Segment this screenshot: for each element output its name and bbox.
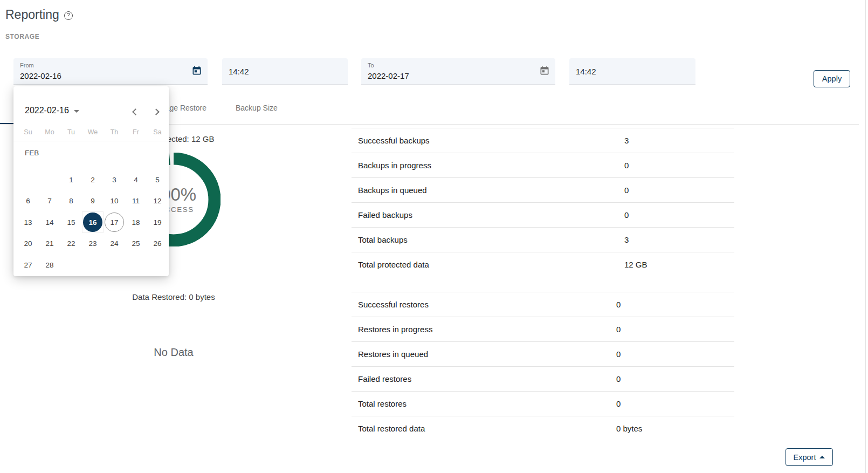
stat-row: Backups in progress0 <box>352 153 734 177</box>
calendar-view-switcher[interactable]: 2022-02-16 <box>25 106 79 115</box>
stat-label: Successful restores <box>358 300 429 309</box>
calendar-day-20[interactable]: 20 <box>17 233 39 255</box>
from-date-field[interactable]: From 2022-02-16 <box>13 58 208 85</box>
calendar-week-row: 2728 <box>13 254 169 276</box>
calendar-day-2[interactable]: 2 <box>82 169 104 190</box>
weekday-label: Fr <box>125 128 147 136</box>
calendar-day-5[interactable]: 5 <box>147 169 168 190</box>
stat-value: 0 <box>624 161 629 170</box>
stat-row: Backups in queued0 <box>352 177 734 202</box>
restore-stats-table: Successful restores0Restores in progress… <box>352 292 734 441</box>
calendar-day-18[interactable]: 18 <box>125 211 147 233</box>
backup-stats-table: Successful backups3Backups in progress0B… <box>352 128 734 277</box>
stat-value: 0 bytes <box>616 424 642 433</box>
to-date-field[interactable]: To 2022-02-17 <box>361 58 555 85</box>
next-month-button[interactable] <box>153 108 160 115</box>
calendar-day-12[interactable]: 12 <box>147 190 168 212</box>
from-time-field[interactable]: 14:42 <box>222 58 348 85</box>
calendar-day-22[interactable]: 22 <box>60 233 82 255</box>
from-time-value: 14:42 <box>229 58 249 85</box>
weekday-label: Tu <box>60 128 82 136</box>
to-field-label: To <box>368 62 374 68</box>
from-field-label: From <box>20 62 34 68</box>
help-icon[interactable]: ? <box>64 11 73 20</box>
stat-row: Restores in progress0 <box>352 317 734 341</box>
stat-label: Backups in queued <box>358 186 427 195</box>
apply-button-label: Apply <box>822 74 842 83</box>
stat-row: Restores in queued0 <box>352 341 734 366</box>
calendar-week-row: 6789101112 <box>13 190 169 212</box>
to-time-field[interactable]: 14:42 <box>569 58 695 85</box>
calendar-week-row: 13141516171819 <box>13 211 169 233</box>
stat-label: Failed backups <box>358 210 412 220</box>
stat-row: Failed restores0 <box>352 366 734 391</box>
calendar-day-10[interactable]: 10 <box>104 190 125 212</box>
calendar-day-14[interactable]: 14 <box>39 211 60 233</box>
calendar-day-15[interactable]: 15 <box>60 211 82 233</box>
to-calendar-icon[interactable] <box>539 65 550 76</box>
stat-label: Total protected data <box>358 260 429 269</box>
prev-month-button[interactable] <box>132 108 139 115</box>
stat-row: Total backups3 <box>352 227 734 252</box>
stat-value: 0 <box>616 325 621 334</box>
weekday-label: Su <box>17 128 39 136</box>
to-date-value: 2022-02-17 <box>368 71 409 80</box>
calendar-day-17[interactable]: 17 <box>104 211 125 233</box>
caret-down-icon <box>74 110 79 113</box>
calendar-day-13[interactable]: 13 <box>17 211 39 233</box>
stat-value: 0 <box>616 349 621 359</box>
section-label: STORAGE <box>5 33 39 40</box>
stat-label: Restores in progress <box>358 325 432 334</box>
page-right-edge <box>865 0 866 473</box>
calendar-day-16[interactable]: 16 <box>82 211 104 233</box>
stat-label: Total backups <box>358 235 408 244</box>
calendar-day-19[interactable]: 19 <box>147 211 168 233</box>
calendar-day-11[interactable]: 11 <box>125 190 147 212</box>
stat-row: Total restored data0 bytes <box>352 416 734 441</box>
from-calendar-icon[interactable] <box>191 65 202 76</box>
export-button[interactable]: Export <box>786 448 833 466</box>
calendar-day-1[interactable]: 1 <box>60 169 82 190</box>
calendar-day-7[interactable]: 7 <box>39 190 60 212</box>
calendar-day-24[interactable]: 24 <box>104 233 125 255</box>
stat-label: Failed restores <box>358 374 411 383</box>
page-title: Reporting <box>5 8 59 22</box>
stat-row: Total restores0 <box>352 391 734 416</box>
weekday-label: Sa <box>147 128 168 136</box>
calendar-divider <box>13 141 169 141</box>
stat-row: Total protected data12 GB <box>352 252 734 277</box>
stat-value: 0 <box>624 186 629 195</box>
calendar-header-date: 2022-02-16 <box>25 106 69 115</box>
calendar-day-28[interactable]: 28 <box>39 254 60 276</box>
calendar-day-9[interactable]: 9 <box>82 190 104 212</box>
caret-up-icon <box>819 456 825 458</box>
stat-value: 0 <box>624 210 629 220</box>
stat-label: Total restores <box>358 399 407 408</box>
no-data-label: No Data <box>87 346 260 359</box>
stat-value: 0 <box>616 300 621 309</box>
to-time-value: 14:42 <box>576 58 596 85</box>
stat-label: Backups in progress <box>358 161 431 170</box>
weekday-label: Mo <box>39 128 60 136</box>
stat-row: Successful backups3 <box>352 128 734 153</box>
stat-label: Successful backups <box>358 136 430 145</box>
calendar-day-27[interactable]: 27 <box>17 254 39 276</box>
stat-row: Failed backups0 <box>352 202 734 227</box>
stat-value: 12 GB <box>624 260 647 269</box>
calendar-day-25[interactable]: 25 <box>125 233 147 255</box>
calendar-day-4[interactable]: 4 <box>125 169 147 190</box>
calendar-day-23[interactable]: 23 <box>82 233 104 255</box>
weekday-label: Th <box>104 128 125 136</box>
stat-row: Successful restores0 <box>352 292 734 317</box>
calendar-day-3[interactable]: 3 <box>104 169 125 190</box>
calendar-day-21[interactable]: 21 <box>39 233 60 255</box>
calendar-week-row: 20212223242526 <box>13 233 169 255</box>
calendar-day-26[interactable]: 26 <box>147 233 168 255</box>
calendar-day-6[interactable]: 6 <box>17 190 39 212</box>
calendar-day-8[interactable]: 8 <box>60 190 82 212</box>
page-title-row: Reporting ? <box>5 8 73 22</box>
stat-value: 0 <box>616 399 621 408</box>
apply-button[interactable]: Apply <box>814 70 850 87</box>
tab-backup-size[interactable]: Backup Size <box>236 104 278 112</box>
export-button-label: Export <box>794 453 816 462</box>
